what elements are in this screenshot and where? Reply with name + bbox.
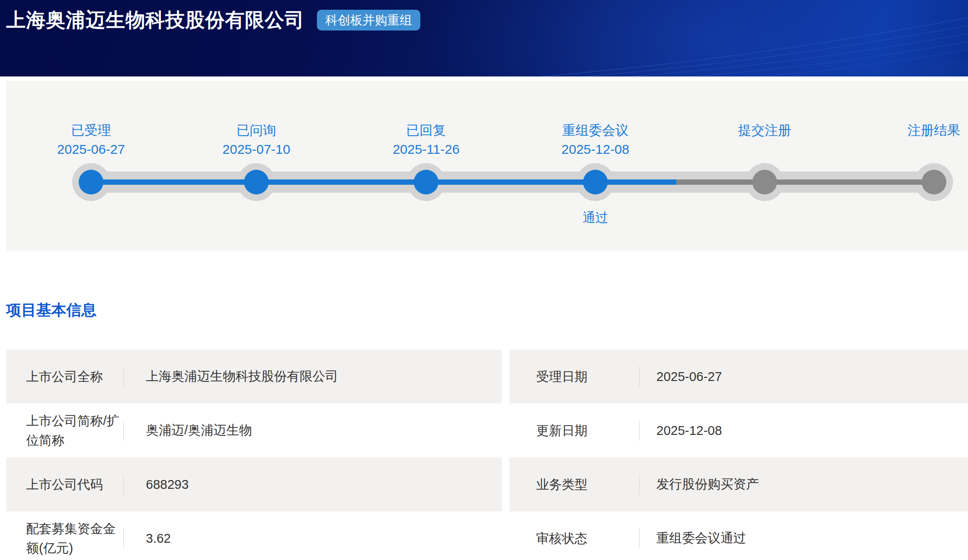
table-row: 受理日期 2025-06-27 [510,350,968,404]
table-row: 上市公司代码 688293 [6,457,502,511]
cell-divider [639,474,640,495]
step-dot [79,170,103,194]
page-header: 上海奥浦迈生物科技股份有限公司 科创板并购重组 [0,0,968,76]
step-date: 2025-06-27 [20,142,162,159]
step-date [694,142,835,159]
step-label: 已问询 [186,122,327,140]
field-label: 受理日期 [536,367,639,386]
step-result-note: 通过 [525,209,666,227]
field-label: 配套募集资金金额(亿元) [26,519,123,558]
field-label: 审核状态 [536,529,639,548]
timeline-remaining-line [676,179,934,185]
step-dot [752,170,777,194]
timeline-step-registration-result: 注册结果 [863,81,968,251]
table-row: 上市公司简称/扩位简称 奥浦迈/奥浦迈生物 [6,404,502,457]
step-dot [583,170,608,194]
cell-divider [123,420,124,441]
section-title-basic-info: 项目基本信息 [6,300,968,320]
field-value: 3.62 [146,531,171,546]
timeline-step-accepted: 已受理 2025-06-27 [20,81,162,251]
field-label: 业务类型 [536,475,639,494]
cell-divider [639,420,640,441]
board-type-badge: 科创板并购重组 [317,10,420,30]
step-label: 提交注册 [694,122,835,140]
table-row: 上市公司全称 上海奥浦迈生物科技股份有限公司 [6,350,502,404]
step-label: 已受理 [20,122,162,140]
timeline-step-replied: 已回复 2025-11-26 [355,81,497,251]
step-label: 重组委会议 [525,122,666,140]
step-date [863,142,968,159]
step-date: 2025-07-10 [186,142,327,159]
field-value: 重组委会议通过 [656,530,746,547]
step-dot [414,170,438,194]
field-value: 688293 [146,477,189,492]
step-label: 注册结果 [863,122,968,140]
field-value: 2025-12-08 [656,423,722,438]
field-value: 2025-06-27 [656,370,722,384]
step-date: 2025-12-08 [525,142,666,159]
timeline-step-submit-registration: 提交注册 [694,81,835,251]
field-label: 更新日期 [536,421,639,440]
field-value: 奥浦迈/奥浦迈生物 [146,422,252,439]
basic-info-right-column: 受理日期 2025-06-27 更新日期 2025-12-08 业务类型 发行股… [510,350,968,560]
field-label: 上市公司全称 [26,367,123,386]
basic-info-left-column: 上市公司全称 上海奥浦迈生物科技股份有限公司 上市公司简称/扩位简称 奥浦迈/奥… [6,350,502,560]
step-dot [922,170,946,194]
timeline-step-committee-meeting: 重组委会议 2025-12-08 通过 [525,81,666,251]
cell-divider [639,366,640,387]
field-label: 上市公司简称/扩位简称 [26,411,123,450]
step-date: 2025-11-26 [355,142,497,159]
field-value: 上海奥浦迈生物科技股份有限公司 [146,368,338,385]
table-row: 业务类型 发行股份购买资产 [510,457,968,511]
cell-divider [123,366,124,387]
cell-divider [123,528,124,549]
basic-info-table: 上市公司全称 上海奥浦迈生物科技股份有限公司 上市公司简称/扩位简称 奥浦迈/奥… [6,350,968,560]
cell-divider [123,474,124,495]
timeline-step-inquired: 已问询 2025-07-10 [186,81,327,251]
field-label: 上市公司代码 [26,475,123,494]
table-row: 配套募集资金金额(亿元) 3.62 [6,511,502,560]
table-row: 审核状态 重组委会议通过 [510,511,968,560]
field-value: 发行股份购买资产 [656,476,759,493]
cell-divider [639,528,640,549]
page-title: 上海奥浦迈生物科技股份有限公司 [6,7,305,33]
step-label: 已回复 [355,122,497,140]
table-row: 更新日期 2025-12-08 [510,404,968,457]
review-progress-panel: 已受理 2025-06-27 已问询 2025-07-10 已回复 2025-1… [6,81,968,251]
step-dot [244,170,269,194]
